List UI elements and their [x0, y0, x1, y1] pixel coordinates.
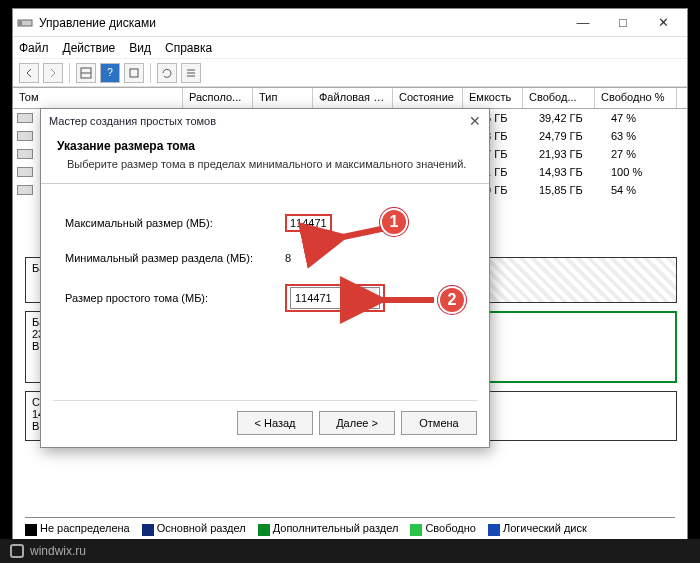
titlebar[interactable]: Управление дисками — □ ✕: [13, 9, 687, 37]
help-button[interactable]: ?: [100, 63, 120, 83]
separator: [150, 63, 151, 83]
wizard-title: Мастер создания простых томов: [49, 115, 216, 127]
disk-icon: [17, 113, 33, 123]
menubar: Файл Действие Вид Справка: [13, 37, 687, 59]
legend-extended: Дополнительный раздел: [258, 522, 399, 535]
min-size-label: Минимальный размер раздела (МБ):: [65, 252, 285, 264]
back-button[interactable]: < Назад: [237, 411, 313, 435]
wizard-close-button[interactable]: ✕: [469, 113, 481, 129]
wizard-subheading: Выберите размер тома в пределах минималь…: [57, 157, 473, 171]
menu-help[interactable]: Справка: [165, 41, 212, 55]
th-fs[interactable]: Файловая с...: [313, 88, 393, 108]
site-label: windwix.ru: [30, 544, 86, 558]
menu-view[interactable]: Вид: [129, 41, 151, 55]
wizard-header: Указание размера тома Выберите размер то…: [41, 133, 489, 184]
th-freepct[interactable]: Свободно %: [595, 88, 677, 108]
window-title: Управление дисками: [39, 16, 563, 30]
app-icon: [17, 15, 33, 31]
volume-size-input-wrap: ▲ ▼: [290, 287, 380, 309]
max-size-value: 114471: [290, 217, 327, 229]
th-capacity[interactable]: Емкость: [463, 88, 523, 108]
volume-table-header: Том Располо... Тип Файловая с... Состоян…: [13, 87, 687, 109]
th-layout[interactable]: Располо...: [183, 88, 253, 108]
min-size-value: 8: [285, 252, 365, 264]
forward-button[interactable]: [43, 63, 63, 83]
legend-unallocated: Не распределена: [25, 522, 130, 535]
legend-logical: Логический диск: [488, 522, 587, 535]
th-status[interactable]: Состояние: [393, 88, 463, 108]
menu-action[interactable]: Действие: [63, 41, 116, 55]
legend-primary: Основной раздел: [142, 522, 246, 535]
back-button[interactable]: [19, 63, 39, 83]
legend: Не распределена Основной раздел Дополнит…: [25, 517, 675, 537]
next-button[interactable]: Далее >: [319, 411, 395, 435]
disk-icon: [17, 167, 33, 177]
wizard-titlebar[interactable]: Мастер создания простых томов ✕: [41, 109, 489, 133]
wizard-buttons: < Назад Далее > Отмена: [53, 400, 477, 435]
close-button[interactable]: ✕: [643, 10, 683, 36]
properties-button[interactable]: [124, 63, 144, 83]
volume-size-label: Размер простого тома (МБ):: [65, 292, 285, 304]
th-free[interactable]: Свобод...: [523, 88, 595, 108]
svg-rect-1: [19, 21, 22, 25]
separator: [69, 63, 70, 83]
view-button[interactable]: [76, 63, 96, 83]
arrow-2-icon: [370, 288, 440, 316]
cancel-button[interactable]: Отмена: [401, 411, 477, 435]
max-size-label: Максимальный размер (МБ):: [65, 217, 285, 229]
disk-icon: [17, 131, 33, 141]
disk-icon: [17, 149, 33, 159]
toolbar: ?: [13, 59, 687, 87]
svg-line-8: [338, 228, 386, 238]
menu-file[interactable]: Файл: [19, 41, 49, 55]
list-button[interactable]: [181, 63, 201, 83]
callout-1: 1: [380, 208, 408, 236]
volume-size-input[interactable]: [291, 289, 359, 307]
site-icon: [10, 544, 24, 558]
wizard-heading: Указание размера тома: [57, 139, 473, 153]
refresh-button[interactable]: [157, 63, 177, 83]
th-volume[interactable]: Том: [13, 88, 183, 108]
wizard-body: Максимальный размер (МБ): 114471 Минимал…: [41, 184, 489, 344]
legend-free: Свободно: [410, 522, 476, 535]
footer-bar: windwix.ru: [0, 539, 700, 563]
callout-2: 2: [438, 286, 466, 314]
minimize-button[interactable]: —: [563, 10, 603, 36]
svg-rect-4: [130, 69, 138, 77]
simple-volume-wizard: Мастер создания простых томов ✕ Указание…: [40, 108, 490, 448]
th-type[interactable]: Тип: [253, 88, 313, 108]
disk-icon: [17, 185, 33, 195]
maximize-button[interactable]: □: [603, 10, 643, 36]
